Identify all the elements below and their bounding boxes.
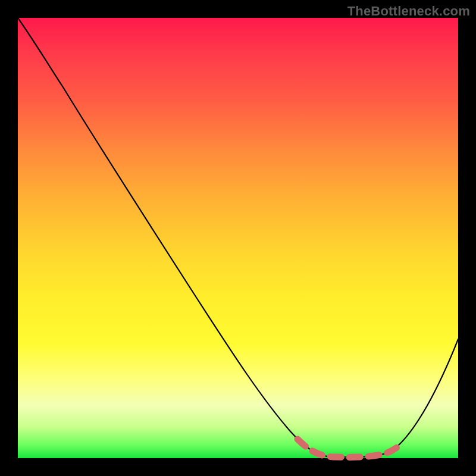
bottleneck-curve	[18, 18, 458, 457]
chart-svg	[18, 18, 458, 458]
watermark-text: TheBottleneck.com	[347, 4, 470, 19]
chart-frame: TheBottleneck.com	[0, 0, 476, 476]
plot-area	[18, 18, 458, 458]
